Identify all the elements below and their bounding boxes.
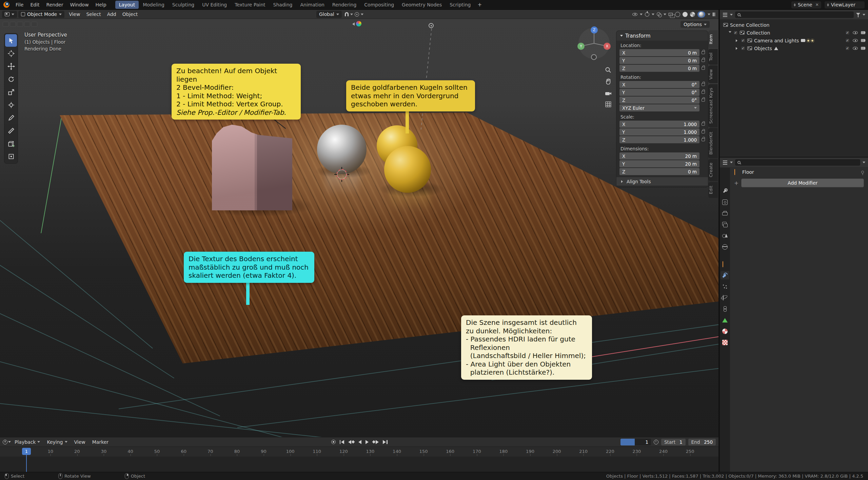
scale-x-field[interactable]: X1.000 bbox=[619, 121, 699, 128]
navigation-gizmo[interactable]: Z X Y bbox=[576, 26, 612, 61]
outliner-search-input[interactable] bbox=[735, 12, 854, 18]
light-object-widget[interactable] bbox=[429, 23, 434, 28]
lock-icon[interactable] bbox=[702, 123, 705, 126]
timeline-ruler[interactable]: 1 10203040506070809010011012013014015016… bbox=[0, 446, 718, 457]
workspace-tab-compositing[interactable]: Compositing bbox=[360, 1, 398, 9]
hide-eye-icon[interactable] bbox=[853, 47, 858, 50]
lock-icon[interactable] bbox=[702, 51, 705, 54]
sidebar-tab-view[interactable]: View bbox=[708, 65, 718, 83]
workspace-tab-modeling[interactable]: Modeling bbox=[139, 1, 168, 9]
pan-hand-icon[interactable] bbox=[603, 77, 613, 87]
properties-tab-particles[interactable] bbox=[721, 282, 729, 291]
lock-icon[interactable] bbox=[702, 59, 705, 62]
menu-file[interactable]: File bbox=[12, 1, 27, 8]
menu-select[interactable]: Select bbox=[83, 11, 104, 18]
chevron-down-icon[interactable] bbox=[730, 14, 733, 17]
orientation-dropdown[interactable]: Global bbox=[316, 11, 342, 18]
workspace-tab-animation[interactable]: Animation bbox=[296, 1, 328, 9]
properties-tab-constraints[interactable] bbox=[721, 305, 729, 313]
shading-material-icon[interactable] bbox=[690, 12, 695, 17]
workspace-tab-uv-editing[interactable]: UV Editing bbox=[198, 1, 231, 9]
location-y-field[interactable]: Y0 m bbox=[619, 57, 699, 64]
properties-tab-output[interactable] bbox=[721, 209, 729, 217]
lock-icon[interactable] bbox=[702, 91, 705, 94]
collection-checkbox[interactable] bbox=[741, 46, 745, 50]
tool-move[interactable] bbox=[5, 60, 17, 72]
tool-rotate[interactable] bbox=[5, 73, 17, 85]
sidebar-tab-item[interactable]: Item bbox=[708, 30, 718, 48]
gizmos-dropdown-icon[interactable] bbox=[652, 14, 654, 17]
gizmos-icon[interactable] bbox=[645, 12, 649, 17]
menu-add[interactable]: Add bbox=[104, 11, 119, 18]
viewport-widget-icon[interactable] bbox=[24, 22, 30, 27]
visibility-icon[interactable] bbox=[632, 13, 637, 16]
rotation-z-field[interactable]: Z0° bbox=[619, 97, 699, 104]
mode-dropdown[interactable]: Object Mode bbox=[18, 11, 64, 18]
3d-viewport[interactable]: User Perspective (1) Objects | Floor Ren… bbox=[0, 19, 718, 437]
scene-unlink-icon[interactable]: ✕ bbox=[814, 2, 819, 7]
rotation-mode-dropdown[interactable]: XYZ Euler bbox=[619, 104, 699, 111]
lock-icon[interactable] bbox=[702, 138, 705, 141]
pane-divider[interactable] bbox=[720, 157, 868, 158]
disable-render-icon[interactable] bbox=[861, 31, 865, 34]
menu-view-timeline[interactable]: View bbox=[71, 439, 88, 445]
gold-sphere-front-object[interactable] bbox=[384, 146, 431, 193]
snap-dropdown-icon[interactable] bbox=[350, 14, 353, 17]
falloff-dropdown-icon[interactable] bbox=[361, 14, 363, 17]
jump-to-end-button[interactable] bbox=[383, 439, 388, 445]
properties-editor-icon[interactable] bbox=[723, 160, 728, 165]
blender-logo-icon[interactable] bbox=[3, 2, 9, 8]
properties-search-input[interactable] bbox=[735, 159, 860, 166]
outliner-row-objects[interactable]: Objects bbox=[720, 44, 868, 52]
gizmo-negative-axis[interactable] bbox=[591, 54, 597, 60]
workspace-tab-rendering[interactable]: Rendering bbox=[329, 1, 360, 9]
chevron-down-icon[interactable] bbox=[8, 441, 11, 444]
tool-select-box[interactable] bbox=[5, 34, 17, 47]
sidebar-tab-blenderkit[interactable]: BlenderKit bbox=[708, 128, 718, 159]
gizmo-y-axis[interactable]: Y bbox=[577, 43, 585, 50]
current-frame-field[interactable]: 1 bbox=[620, 439, 651, 445]
tool-scale[interactable] bbox=[5, 86, 17, 98]
lock-icon[interactable] bbox=[702, 99, 705, 102]
playhead[interactable]: 1 bbox=[22, 448, 31, 455]
transform-panel-header[interactable]: Transform bbox=[616, 31, 708, 41]
expand-icon[interactable] bbox=[736, 47, 739, 50]
overlays-dropdown-icon[interactable] bbox=[664, 14, 666, 17]
menu-edit[interactable]: Edit bbox=[27, 1, 43, 8]
collapse-header-icon[interactable] bbox=[351, 22, 355, 26]
properties-options-icon[interactable] bbox=[863, 162, 865, 165]
gizmo-z-axis[interactable]: Z bbox=[591, 26, 598, 34]
menu-window[interactable]: Window bbox=[66, 1, 92, 8]
frame-start-field[interactable]: Start 1 bbox=[661, 439, 686, 445]
play-reverse-button[interactable] bbox=[358, 439, 361, 445]
tool-transform[interactable] bbox=[5, 99, 17, 111]
overlays-icon[interactable] bbox=[657, 12, 661, 17]
location-x-field[interactable]: X0 m bbox=[619, 49, 699, 56]
viewport-widget-icon[interactable] bbox=[10, 22, 16, 27]
properties-tab-object[interactable] bbox=[721, 260, 729, 268]
sidebar-tab-edit[interactable]: Edit bbox=[708, 182, 718, 198]
camera-view-icon[interactable] bbox=[603, 88, 613, 99]
menu-marker[interactable]: Marker bbox=[89, 439, 112, 445]
shading-dropdown-icon[interactable] bbox=[708, 14, 710, 17]
expand-icon[interactable] bbox=[729, 31, 731, 34]
collection-checkbox[interactable] bbox=[741, 38, 745, 43]
tool-cursor[interactable] bbox=[5, 47, 17, 60]
prev-keyframe-button[interactable] bbox=[348, 439, 354, 445]
scene-selector[interactable]: Scene ✕ bbox=[791, 1, 821, 8]
tool-measure[interactable] bbox=[5, 124, 17, 137]
workspace-tab-sculpting[interactable]: Sculpting bbox=[169, 1, 198, 9]
menu-keying[interactable]: Keying bbox=[44, 439, 70, 445]
zoom-icon[interactable] bbox=[603, 65, 613, 75]
sidebar-tab-tool[interactable]: Tool bbox=[708, 49, 718, 65]
dimensions-x-field[interactable]: X20 m bbox=[619, 152, 699, 160]
tool-add-cube[interactable] bbox=[5, 137, 17, 150]
xray-toggle-icon[interactable] bbox=[669, 13, 673, 16]
ortho-grid-icon[interactable] bbox=[603, 99, 613, 109]
disable-render-icon[interactable] bbox=[861, 39, 865, 42]
rotation-x-field[interactable]: X0° bbox=[619, 81, 699, 88]
properties-tab-texture[interactable] bbox=[721, 338, 729, 347]
menu-render[interactable]: Render bbox=[43, 1, 67, 8]
viewlayer-selector[interactable]: ViewLayer bbox=[825, 1, 865, 8]
exclude-checkbox[interactable] bbox=[845, 46, 850, 50]
